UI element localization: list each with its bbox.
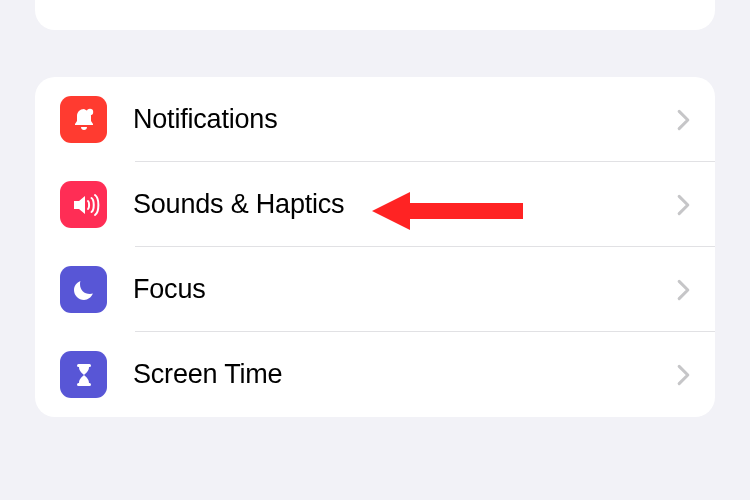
notifications-icon-box <box>60 96 107 143</box>
settings-row-sounds-haptics[interactable]: Sounds & Haptics <box>35 162 715 247</box>
chevron-right-icon <box>677 194 690 216</box>
svg-rect-1 <box>77 364 91 367</box>
screen-time-icon-box <box>60 351 107 398</box>
sounds-icon-box <box>60 181 107 228</box>
chevron-right-icon <box>677 279 690 301</box>
settings-row-label: Screen Time <box>133 359 677 390</box>
settings-group-previous <box>35 0 715 30</box>
svg-rect-2 <box>77 383 91 386</box>
settings-row-label: Focus <box>133 274 677 305</box>
chevron-right-icon <box>677 109 690 131</box>
bell-badge-icon <box>69 105 99 135</box>
chevron-right-icon <box>677 364 690 386</box>
speaker-wave-icon <box>68 189 100 221</box>
hourglass-icon <box>70 361 98 389</box>
settings-row-notifications[interactable]: Notifications <box>35 77 715 162</box>
moon-icon <box>69 275 99 305</box>
settings-row-label: Notifications <box>133 104 677 135</box>
settings-row-focus[interactable]: Focus <box>35 247 715 332</box>
settings-row-screen-time[interactable]: Screen Time <box>35 332 715 417</box>
focus-icon-box <box>60 266 107 313</box>
settings-row-label: Sounds & Haptics <box>133 189 677 220</box>
svg-point-0 <box>86 108 92 114</box>
settings-group: Notifications Sounds & Haptics Focus <box>35 77 715 417</box>
